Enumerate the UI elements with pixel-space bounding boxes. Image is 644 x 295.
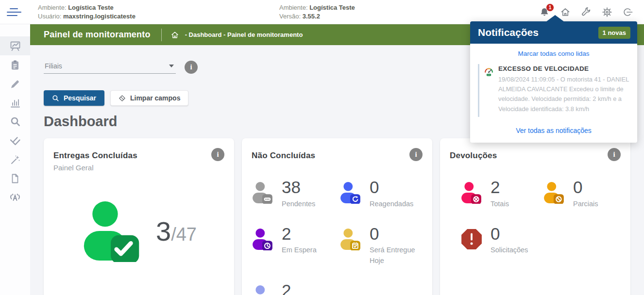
person-clock-icon: [252, 228, 274, 250]
sidebar-item-reports[interactable]: [0, 93, 30, 112]
sidebar-item-tracking[interactable]: [0, 188, 30, 207]
octagon-alert-icon: [460, 228, 483, 250]
stat-totais: 2 Totais: [460, 179, 538, 210]
eraser-icon: [119, 95, 126, 102]
ambiente-value: Logística Teste: [68, 4, 114, 11]
stat-label: Reagendadas: [370, 199, 413, 210]
sidebar-item-dashboard[interactable]: [0, 36, 30, 55]
person-sync-icon: [339, 181, 362, 204]
person-cancel-icon: [460, 181, 483, 204]
notifications-title: Notificações: [478, 27, 539, 38]
popup-pointer: [546, 15, 564, 22]
speedometer-icon: [484, 65, 493, 79]
card-subtitle: Painel Geral: [53, 164, 137, 172]
stat-value: 0: [370, 225, 423, 243]
sidebar-item-tools[interactable]: [0, 150, 30, 169]
module-title: Painel de monitoramento: [44, 30, 151, 40]
notification-title: EXCESSO DE VELOCIDADE: [498, 65, 630, 72]
person-pending-icon: [252, 181, 274, 204]
clipboard-icon: [10, 60, 20, 70]
card-devolucoes: Devoluções i 2 Totais: [440, 138, 630, 295]
stat-label: Totais: [491, 199, 509, 210]
stat-value: 2: [282, 282, 291, 295]
card-nao-concluidas: Não Concluídas i 38 Pendentes: [242, 138, 432, 295]
stat-reagendadas: 0 Reagendadas: [339, 179, 423, 210]
person-check-icon: [81, 200, 143, 262]
entregas-value: 3: [156, 215, 171, 247]
versao-value: 3.55.2: [303, 13, 320, 20]
stat-value: 2: [282, 225, 317, 243]
search-icon: [10, 116, 21, 127]
stat-label: Pendentes: [282, 199, 315, 210]
stat-value: 0: [370, 179, 413, 197]
hamburger-menu-icon[interactable]: [0, 8, 30, 16]
environment-info: Ambiente: Logística Teste Usuário: maxst…: [38, 3, 136, 21]
sidebar-item-search[interactable]: [0, 112, 30, 131]
person-block-icon: [543, 181, 565, 204]
card-entregas-concluidas: Entregas Concluídas Painel Geral i 3 /47: [44, 138, 234, 295]
wrench-icon[interactable]: [581, 7, 592, 17]
search-button-label: Pesquisar: [64, 94, 96, 102]
chevron-down-icon: [169, 65, 174, 67]
mark-all-read-link[interactable]: Marcar todas como lidas: [470, 44, 637, 62]
stat-pendentes: 38 Pendentes: [252, 179, 335, 210]
wand-icon: [10, 154, 20, 165]
person-calendar-icon: [339, 228, 362, 250]
notification-body: 19/08/2024 11:09:05 - O motorista 41 - D…: [498, 75, 630, 114]
gear-icon[interactable]: [602, 7, 612, 17]
notifications-header: Notificações 1 novas: [470, 21, 637, 44]
pencil-icon: [10, 79, 20, 89]
filiais-select-label: Filiais: [45, 62, 62, 70]
notification-count-badge: 1: [546, 3, 554, 12]
stat-solicitacoes: 0 Solicitações: [460, 225, 538, 256]
stat-partial: 2: [252, 282, 335, 295]
stat-sera-entregue-hoje: 0 Será Entregue Hoje: [339, 225, 423, 266]
stat-label: Solicitações: [491, 245, 528, 256]
versao-label: Versão:: [279, 13, 301, 20]
stat-label: Em Espera: [282, 245, 317, 256]
stat-label: Será Entregue Hoje: [370, 245, 423, 266]
person-icon: [252, 285, 274, 295]
antenna-icon: [9, 192, 21, 203]
clear-fields-button-label: Limpar campos: [130, 94, 180, 102]
stat-label: Parciais: [573, 199, 598, 210]
usuario-value: maxstring.logisticateste: [63, 13, 136, 20]
clear-fields-button[interactable]: Limpar campos: [110, 90, 188, 106]
card-title: Não Concluídas: [252, 148, 315, 161]
ambiente-label: Ambiente:: [38, 4, 67, 11]
search-icon: [52, 95, 59, 102]
logout-icon[interactable]: [623, 7, 633, 17]
filiais-select[interactable]: Filiais: [44, 58, 176, 74]
stat-value: 38: [282, 179, 315, 197]
card-info-icon[interactable]: i: [211, 148, 224, 161]
card-title: Devoluções: [450, 148, 497, 161]
sidebar-item-clipboard[interactable]: [0, 55, 30, 74]
filiais-info-icon[interactable]: i: [185, 61, 198, 74]
sidebar-item-documents[interactable]: [0, 169, 30, 188]
entregas-total: /47: [171, 224, 197, 245]
breadcrumb: - Dashboard - Painel de monitoramento: [185, 31, 303, 38]
view-all-notifications-link[interactable]: Ver todas as notificações: [470, 117, 637, 143]
usuario-label: Usuário:: [38, 13, 61, 20]
sidebar-item-approvals[interactable]: [0, 131, 30, 150]
sidebar-item-edit[interactable]: [0, 74, 30, 93]
breadcrumb-home-icon[interactable]: [170, 31, 179, 39]
environment-info-center: Ambiente: Logística Teste Versão: 3.55.2: [279, 3, 355, 21]
card-info-icon[interactable]: i: [409, 148, 423, 161]
stat-em-espera: 2 Em Espera: [252, 225, 335, 266]
divider: [161, 29, 162, 41]
double-check-icon: [9, 135, 21, 147]
card-title: Entregas Concluídas: [53, 148, 137, 161]
stat-value: 2: [491, 179, 509, 197]
dashboard-board-icon: [10, 40, 21, 51]
stat-value: 0: [491, 225, 528, 243]
card-info-icon[interactable]: i: [608, 148, 621, 161]
ambiente-value-2: Logística Teste: [309, 4, 355, 11]
new-notifications-badge: 1 novas: [598, 27, 630, 39]
search-button[interactable]: Pesquisar: [44, 90, 104, 106]
sidebar-nav: [0, 24, 30, 295]
document-icon: [10, 173, 20, 184]
bar-chart-icon: [10, 98, 20, 108]
stat-value: 0: [573, 179, 598, 197]
notification-item[interactable]: EXCESSO DE VELOCIDADE 19/08/2024 11:09:0…: [478, 64, 630, 117]
